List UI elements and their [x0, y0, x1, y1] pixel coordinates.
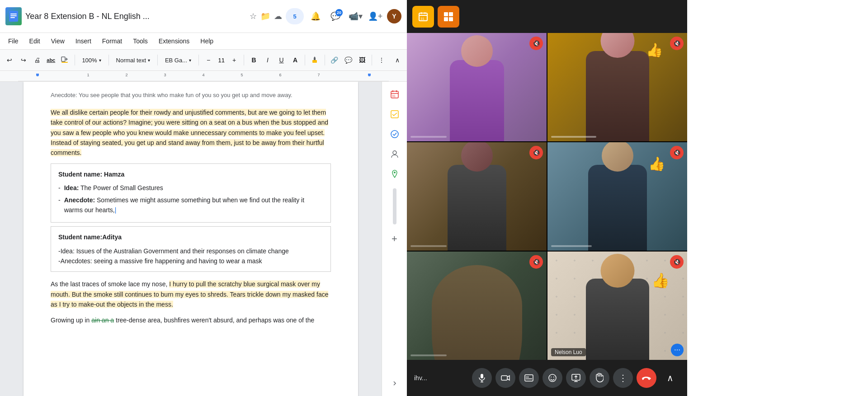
bold-btn[interactable]: B	[248, 53, 260, 67]
svg-rect-3	[10, 17, 15, 18]
sidebar-tasks-icon[interactable]	[386, 105, 404, 123]
mute-indicator-1: 🔇	[529, 37, 543, 50]
italic-btn[interactable]: I	[262, 53, 274, 67]
sidebar-map-icon[interactable]	[386, 165, 404, 183]
user-avatar[interactable]: Y	[387, 9, 401, 23]
camera-btn[interactable]	[495, 368, 515, 388]
svg-rect-1	[10, 14, 17, 14]
more-options-btn[interactable]: ⋮	[613, 368, 633, 388]
student1-anecdote-item: - Anecdote: Sometimes we might assume so…	[58, 195, 323, 215]
meet-calendar-btn[interactable]: 31	[412, 6, 434, 28]
highlight-btn[interactable]	[309, 53, 321, 67]
font-size-decrease[interactable]: −	[203, 53, 215, 67]
redo-btn[interactable]: ↪	[18, 53, 30, 67]
sidebar-check-icon[interactable]	[386, 125, 404, 143]
font-size-increase[interactable]: +	[228, 53, 241, 67]
menu-file[interactable]: File	[4, 36, 23, 47]
scroll-indicator[interactable]	[393, 188, 396, 224]
more-options-btn[interactable]: ⋮	[376, 53, 388, 67]
underline-btn[interactable]: U	[275, 53, 288, 67]
participant-3-body	[407, 142, 547, 251]
font-dropdown[interactable]: EB Ga... ▾	[161, 53, 195, 67]
sidebar-add-icon[interactable]: +	[386, 230, 404, 248]
ruler-right-margin[interactable]	[368, 74, 371, 76]
sidebar-expand-icon[interactable]	[386, 374, 404, 392]
menu-edit[interactable]: Edit	[25, 36, 45, 47]
star-icon[interactable]: ☆	[250, 11, 257, 21]
menu-help[interactable]: Help	[196, 36, 218, 47]
svg-rect-20	[421, 12, 422, 14]
menu-view[interactable]: View	[47, 36, 69, 47]
video-cell-6: 👍 🔇 Nelson Luo ⋯	[547, 252, 687, 360]
expand-btn[interactable]: ∧	[660, 368, 680, 388]
video-side: 31 🔇	[407, 0, 687, 396]
style-dropdown[interactable]: Normal text ▾	[113, 53, 154, 67]
student1-section: Student name: Hamza - Idea: The Power of…	[51, 163, 331, 223]
collapse-toolbar-btn[interactable]: ∧	[391, 53, 403, 67]
video-placeholder-1	[407, 33, 547, 141]
chat-badge: 20	[335, 9, 343, 16]
add-person-btn[interactable]: 👤+	[367, 8, 383, 24]
insert-comment-btn[interactable]: 💬	[342, 53, 354, 67]
doc-page[interactable]: Anecdote: You see people that you think …	[24, 82, 358, 396]
ruler-left-margin[interactable]	[36, 74, 39, 76]
meet-layout-btn[interactable]	[438, 6, 459, 28]
captions-btn[interactable]	[519, 368, 539, 388]
menu-tools[interactable]: Tools	[128, 36, 152, 47]
doc-para3: As the last traces of smoke lace my nose…	[51, 279, 331, 309]
meet-top-bar: 31	[407, 0, 687, 33]
mute-indicator-3: 🔇	[529, 146, 543, 159]
color-btn[interactable]: A	[289, 53, 302, 67]
separator-6	[305, 55, 305, 65]
more-options-participant-6[interactable]: ⋯	[671, 344, 684, 356]
video-grid: 🔇 👍 🔇	[407, 33, 687, 360]
raise-hand-btn[interactable]	[590, 368, 609, 388]
zoom-dropdown[interactable]: 100% ▾	[78, 53, 104, 67]
menu-insert[interactable]: Insert	[71, 36, 96, 47]
svg-rect-24	[449, 12, 453, 16]
video-call-btn[interactable]: 📹▾	[347, 8, 363, 24]
video-cell-3: 🔇	[407, 142, 547, 251]
participant-4-torso: 👍	[588, 165, 647, 251]
emoji-btn[interactable]	[542, 368, 562, 388]
mic-btn[interactable]	[472, 368, 492, 388]
title-bar: Year 8 Extension B - NL English ... ☆ 📁 …	[0, 0, 407, 33]
video-placeholder-2: 👍	[547, 33, 687, 141]
folder-icon[interactable]: 📁	[260, 11, 270, 21]
paint-format-btn[interactable]	[59, 53, 71, 67]
spellcheck-btn[interactable]: abc	[45, 53, 57, 67]
insert-image-btn[interactable]: 🖼	[356, 53, 368, 67]
doc-title[interactable]: Year 8 Extension B - NL English ...	[25, 12, 246, 21]
doc-icon	[5, 7, 22, 25]
insert-link-btn[interactable]: 🔗	[329, 53, 341, 67]
video-placeholder-6: 👍	[547, 252, 687, 360]
undo-btn[interactable]: ↩	[4, 53, 16, 67]
strikethrough-text: ain an a	[91, 317, 114, 324]
svg-rect-30	[501, 376, 507, 380]
svg-point-36	[553, 377, 554, 377]
thumbsup-4: 👍	[648, 156, 665, 172]
participant-4-body: 👍	[547, 142, 687, 251]
menu-extensions[interactable]: Extensions	[154, 36, 194, 47]
video-cell-4: 👍 🔇	[547, 142, 687, 251]
svg-rect-12	[396, 90, 397, 92]
present-btn[interactable]	[566, 368, 586, 388]
people-count-btn[interactable]: 5	[286, 8, 304, 24]
svg-text:31: 31	[392, 94, 396, 98]
participant-5-head	[432, 265, 522, 360]
notification-btn[interactable]: 🔔	[307, 8, 324, 24]
name-bar-4	[551, 245, 592, 247]
sidebar-person-icon[interactable]	[386, 145, 404, 163]
doc-para-highlighted: We all dislike certain people for their …	[51, 107, 331, 158]
menu-format[interactable]: Format	[98, 36, 127, 47]
cloud-icon[interactable]: ☁	[274, 11, 282, 21]
svg-point-35	[551, 377, 552, 377]
svg-rect-23	[444, 12, 448, 16]
end-call-btn[interactable]	[637, 368, 656, 388]
svg-rect-31	[525, 375, 533, 381]
svg-rect-4	[61, 57, 65, 61]
student2-idea: -Idea: Issues of the Australian Governme…	[58, 246, 323, 256]
sidebar-calendar-icon[interactable]: 31	[386, 85, 404, 103]
print-btn[interactable]: 🖨	[31, 53, 43, 67]
svg-rect-21	[425, 12, 425, 14]
